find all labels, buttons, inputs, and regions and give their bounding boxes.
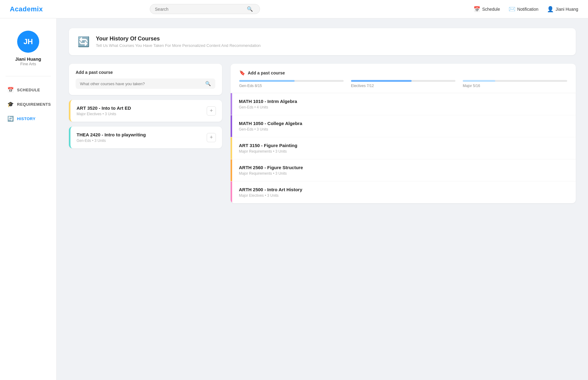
add-course-button-thea2420[interactable]: +	[207, 133, 216, 142]
sidebar-item-schedule[interactable]: 📅 SCHEDULE	[0, 84, 56, 96]
course-item-arth2500: ARTH 2500 - Intro Art History Major Elec…	[231, 181, 576, 203]
course-meta-art3520: Major Electives • 3 Units	[77, 112, 131, 116]
history-nav-icon: 🔄	[7, 116, 14, 122]
sidebar-item-label-requirements: REQUIREMENTS	[17, 102, 51, 107]
progress-label-gen-eds: Gen-Eds 8/15	[239, 84, 344, 88]
requirements-nav-icon: 🎓	[7, 101, 14, 108]
notification-label: Notification	[517, 7, 538, 12]
sidebar-item-history[interactable]: 🔄 HISTORY	[0, 112, 56, 125]
page-layout: JH Jiani Huang Fine Arts 📅 SCHEDULE 🎓 RE…	[0, 0, 588, 380]
sidebar-item-requirements[interactable]: 🎓 REQUIREMENTS	[0, 98, 56, 111]
schedule-button[interactable]: 📅 Schedule	[473, 6, 500, 13]
course-meta-math1010: Gen-Eds • 4 Units	[239, 105, 569, 109]
course-card-thea2420: THEA 2420 - Intro to playwriting Gen-Eds…	[69, 127, 222, 148]
course-title-arth2500: ARTH 2500 - Intro Art History	[239, 187, 569, 192]
right-add-course-card: 🔖 Add a past course Gen-Eds 8/15	[231, 64, 576, 93]
progress-bars: Gen-Eds 8/15 Electives 7/12	[239, 80, 567, 88]
add-course-input[interactable]	[80, 82, 205, 86]
main-content: 🔄 Your History Of Courses Tell Us What C…	[57, 18, 588, 380]
user-profile-button[interactable]: 👤 Jiani Huang	[547, 6, 578, 13]
course-meta-arth2560: Major Requirements • 3 Units	[239, 171, 569, 176]
progress-electives: Electives 7/12	[351, 80, 455, 88]
course-title-art3150: ART 3150 - Figure Painting	[239, 143, 569, 148]
search-icon: 🔍	[247, 6, 253, 12]
search-input[interactable]	[155, 7, 247, 12]
sidebar-item-label-history: HISTORY	[17, 116, 36, 121]
add-course-label: Add a past course	[76, 70, 215, 75]
progress-fill-gen-eds	[239, 80, 295, 82]
sidebar-user-name: Jiani Huang	[15, 56, 41, 62]
course-item-math1010: MATH 1010 - Intrm Algebra Gen-Eds • 4 Un…	[231, 93, 576, 115]
progress-fill-electives	[351, 80, 412, 82]
course-title-arth2560: ARTH 2560 - Figure Structure	[239, 165, 569, 170]
progress-label-electives: Electives 7/12	[351, 84, 455, 88]
course-meta-thea2420: Gen-Eds • 3 Units	[77, 139, 146, 143]
user-icon: 👤	[547, 6, 554, 13]
two-column-layout: Add a past course 🔍 ART 3520 - Into to A…	[69, 64, 576, 203]
course-title-math1050: MATH 1050 - College Algebra	[239, 121, 569, 126]
avatar: JH	[17, 31, 39, 53]
sidebar-user-major: Fine Arts	[20, 62, 36, 66]
schedule-nav-icon: 📅	[7, 87, 14, 93]
page-title: Your History Of Courses	[96, 36, 261, 42]
sidebar: JH Jiani Huang Fine Arts 📅 SCHEDULE 🎓 RE…	[0, 18, 57, 380]
course-item-math1050: MATH 1050 - College Algebra Gen-Eds • 3 …	[231, 115, 576, 137]
right-column: 🔖 Add a past course Gen-Eds 8/15	[231, 64, 576, 203]
progress-fill-major	[463, 80, 495, 82]
course-meta-math1050: Gen-Eds • 3 Units	[239, 127, 569, 131]
notification-icon: ✉️	[509, 6, 515, 13]
progress-label-major: Major 5/16	[463, 84, 567, 88]
course-item-art3150: ART 3150 - Figure Painting Major Require…	[231, 137, 576, 159]
course-meta-arth2500: Major Electives • 3 Units	[239, 193, 569, 198]
app-logo: Academix	[10, 5, 43, 13]
add-course-search-card: Add a past course 🔍	[69, 64, 222, 95]
sidebar-item-label-schedule: SCHEDULE	[17, 88, 40, 92]
page-header-card: 🔄 Your History Of Courses Tell Us What C…	[69, 28, 576, 55]
add-course-search-icon: 🔍	[205, 81, 211, 86]
topnav: Academix 🔍 📅 Schedule ✉️ Notification 👤 …	[0, 0, 588, 18]
sidebar-nav: 📅 SCHEDULE 🎓 REQUIREMENTS 🔄 HISTORY	[0, 84, 56, 125]
course-title-thea2420: THEA 2420 - Intro to playwriting	[77, 132, 146, 137]
progress-gen-eds: Gen-Eds 8/15	[239, 80, 344, 88]
notification-button[interactable]: ✉️ Notification	[509, 6, 538, 13]
left-column: Add a past course 🔍 ART 3520 - Into to A…	[69, 64, 222, 203]
add-course-search-bar[interactable]: 🔍	[76, 78, 215, 89]
bookmark-icon: 🔖	[239, 70, 245, 76]
course-item-arth2560: ARTH 2560 - Figure Structure Major Requi…	[231, 159, 576, 181]
sidebar-divider	[6, 76, 51, 76]
progress-major: Major 5/16	[463, 80, 567, 88]
course-meta-art3150: Major Requirements • 3 Units	[239, 149, 569, 154]
user-label: Jiani Huang	[556, 7, 578, 12]
page-header-text: Your History Of Courses Tell Us What Cou…	[96, 36, 261, 48]
add-course-button-art3520[interactable]: +	[207, 106, 216, 116]
right-add-label: 🔖 Add a past course	[239, 70, 567, 76]
course-card-art3520: ART 3520 - Into to Art ED Major Elective…	[69, 100, 222, 122]
page-header-icon: 🔄	[77, 36, 90, 48]
schedule-icon: 📅	[473, 6, 480, 13]
page-subtitle: Tell Us What Courses You Have Taken For …	[96, 43, 261, 48]
schedule-label: Schedule	[482, 7, 500, 12]
course-title-art3520: ART 3520 - Into to Art ED	[77, 105, 131, 111]
course-title-math1010: MATH 1010 - Intrm Algebra	[239, 99, 569, 104]
topnav-actions: 📅 Schedule ✉️ Notification 👤 Jiani Huang	[473, 6, 578, 13]
search-bar[interactable]: 🔍	[150, 4, 260, 14]
right-course-list: MATH 1010 - Intrm Algebra Gen-Eds • 4 Un…	[231, 93, 576, 203]
